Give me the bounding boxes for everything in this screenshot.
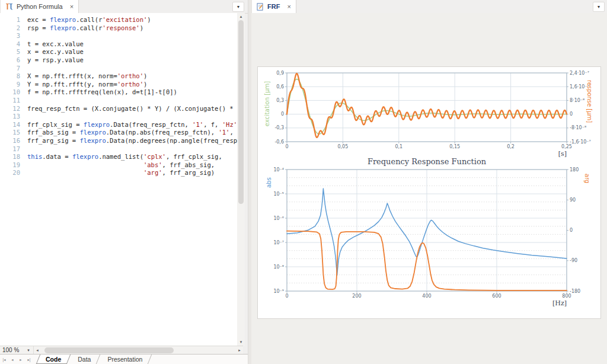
line-number: 7 xyxy=(0,65,27,73)
scroll-down-icon[interactable]: ▾ xyxy=(237,339,245,346)
sheet-tab-code[interactable]: Code xyxy=(38,355,69,364)
code-line[interactable]: 4t = exc.x.value xyxy=(0,40,237,49)
code-line[interactable]: 9Y = np.fft.rfft(y, norm='ortho') xyxy=(0,81,237,89)
y-left-tick-label: -0,6 xyxy=(274,139,284,145)
y-right-tick-label: 180 xyxy=(570,167,579,173)
code-text: f = np.fft.rfftfreq(len(x), d=t[1]-t[0]) xyxy=(27,88,177,97)
chevron-down-icon[interactable]: ▾ xyxy=(593,2,605,12)
y-left-tick-label: 10⁻⁸ xyxy=(273,264,284,270)
x-tick-label: 0,2 xyxy=(507,144,515,149)
x-tick-label: 0,05 xyxy=(337,144,348,149)
close-icon[interactable]: × xyxy=(287,3,290,10)
code-text: 'abs', frf_abs_sig, xyxy=(27,161,215,170)
frf-tab[interactable]: FRF × xyxy=(251,0,296,13)
vertical-scrollbar[interactable]: ▴ ▾ xyxy=(237,13,245,346)
last-sheet-button[interactable]: ▸| xyxy=(25,355,33,364)
y-left-tick-label: 0,3 xyxy=(276,98,284,103)
line-number: 17 xyxy=(0,145,27,154)
sheet-tab-presentation[interactable]: Presentation xyxy=(100,355,150,364)
document-page: 00,050,10,150,20,250,92,4·10⁻⁷0,61,6·10⁻… xyxy=(257,66,601,319)
horizontal-scrollbar[interactable] xyxy=(41,346,236,355)
x-tick-label: 0,1 xyxy=(395,144,402,149)
frf-panel: FRF × ▾ 00,050,10,150,20,250,92,4·10⁻⁷0,… xyxy=(251,0,607,364)
document-icon xyxy=(257,3,264,11)
close-icon[interactable]: × xyxy=(70,3,74,10)
sheet-tab-label: Presentation xyxy=(107,356,142,363)
code-text: frf_cplx_sig = flexpro.Data(freq_resp_fc… xyxy=(27,121,237,129)
y-left-axis-title: abs xyxy=(266,177,272,188)
next-sheet-button[interactable]: ▸ xyxy=(17,355,25,364)
sheet-tab-bar: |◂ ◂ ▸ ▸| Code Data Presentation xyxy=(0,354,248,364)
scroll-thumb[interactable] xyxy=(238,20,244,204)
code-line[interactable]: 10f = np.fft.rfftfreq(len(x), d=t[1]-t[0… xyxy=(0,88,237,97)
code-line[interactable]: 11 xyxy=(0,97,237,105)
code-text: rsp = flexpro.call(r'response') xyxy=(27,24,143,33)
line-number: 3 xyxy=(0,32,27,40)
code-line[interactable]: 6y = rsp.y.value xyxy=(0,56,237,65)
y-right-tick-label: 8·10⁻⁸ xyxy=(570,98,584,103)
right-tab-bar: FRF × ▾ xyxy=(251,0,607,14)
line-number: 13 xyxy=(0,113,27,121)
y-right-tick-label: 0 xyxy=(570,111,573,117)
code-line[interactable]: 17 xyxy=(0,145,237,154)
code-line[interactable]: 20 'arg', frf_arg_sig) xyxy=(0,169,237,177)
code-line[interactable]: 12freq_resp_fctn = (X.conjugate() * Y) /… xyxy=(0,105,237,113)
y-right-tick-label: 90 xyxy=(570,197,576,203)
first-sheet-button[interactable]: |◂ xyxy=(0,355,8,364)
code-line[interactable]: 13 xyxy=(0,113,237,121)
code-line[interactable]: 8X = np.fft.rfft(x, norm='ortho') xyxy=(0,72,237,81)
x-tick-label: 400 xyxy=(422,293,431,299)
document-area: 00,050,10,150,20,250,92,4·10⁻⁷0,61,6·10⁻… xyxy=(251,13,607,364)
sheet-tab-data[interactable]: Data xyxy=(70,355,98,364)
code-text: exc = flexpro.call(r'excitation') xyxy=(27,16,151,24)
code-line[interactable]: 19 'abs', frf_abs_sig, xyxy=(0,161,237,170)
code-text: t = exc.x.value xyxy=(27,40,84,49)
code-line[interactable]: 14frf_cplx_sig = flexpro.Data(freq_resp_… xyxy=(0,121,237,129)
code-line[interactable]: 18this.data = flexpro.named_list('cplx',… xyxy=(0,153,237,161)
scroll-right-icon[interactable]: ▸ xyxy=(236,348,243,353)
python-formula-tab[interactable]: Python Formula × xyxy=(0,0,79,13)
scroll-up-icon[interactable]: ▴ xyxy=(237,13,245,20)
zoom-control[interactable]: 100 % xyxy=(0,346,24,355)
tab-title: FRF xyxy=(267,3,280,10)
x-tick-label: 0,15 xyxy=(449,144,460,149)
code-line[interactable]: 16frf_arg_sig = flexpro.Data(np.degrees(… xyxy=(0,137,237,145)
scroll-left-icon[interactable]: ◂ xyxy=(34,348,41,353)
y-left-tick-label: 10⁻⁷ xyxy=(273,240,284,245)
pi-icon xyxy=(5,3,13,10)
line-number: 14 xyxy=(0,121,27,129)
code-line[interactable]: 3 xyxy=(0,32,237,40)
zoom-dropdown-icon[interactable]: ▾ xyxy=(24,346,34,355)
code-line[interactable]: 15frf_abs_sig = flexpro.Data(np.abs(freq… xyxy=(0,129,237,137)
y-left-tick-label: 10⁻⁵ xyxy=(273,191,284,197)
x-tick-label: 200 xyxy=(352,293,361,299)
y-right-tick-label: 2,4·10⁻⁷ xyxy=(570,71,589,76)
code-editor[interactable]: 1exc = flexpro.call(r'excitation')2rsp =… xyxy=(0,13,237,349)
line-number: 12 xyxy=(0,105,27,113)
code-line[interactable]: 1exc = flexpro.call(r'excitation') xyxy=(0,16,237,24)
code-line[interactable]: 7 xyxy=(0,65,237,73)
code-text: Y = np.fft.rfft(y, norm='ortho') xyxy=(27,81,147,89)
y-right-tick-label: -180 xyxy=(570,289,580,294)
code-text: 'arg', frf_arg_sig) xyxy=(27,169,215,177)
x-axis-unit: [Hz] xyxy=(552,299,567,307)
chevron-down-icon[interactable]: ▾ xyxy=(232,2,244,12)
line-number: 5 xyxy=(0,48,27,56)
frf-chart: Frequency Response Function0200400600800… xyxy=(258,155,600,310)
y-right-tick-label: 1,6·10⁻⁷ xyxy=(570,84,589,90)
code-line[interactable]: 2rsp = flexpro.call(r'response') xyxy=(0,24,237,33)
y-left-axis-title: excitation [µm] xyxy=(264,81,270,126)
code-lines: 1exc = flexpro.call(r'excitation')2rsp =… xyxy=(0,16,237,177)
flexpro-window: Python Formula × ▾ 1exc = flexpro.call(r… xyxy=(0,0,607,364)
sheet-tab-label: Code xyxy=(46,356,61,363)
plot-border xyxy=(287,73,567,142)
line-number: 19 xyxy=(0,161,27,170)
sheet-tab-label: Data xyxy=(78,356,91,363)
line-number: 4 xyxy=(0,40,27,49)
code-line[interactable]: 5x = exc.y.value xyxy=(0,48,237,56)
y-left-tick-label: 10⁻⁹ xyxy=(273,289,284,294)
y-right-tick-label: -8·10⁻⁸ xyxy=(570,125,586,130)
scroll-thumb[interactable] xyxy=(44,347,174,353)
prev-sheet-button[interactable]: ◂ xyxy=(8,355,17,364)
code-text: this.data = flexpro.named_list('cplx', f… xyxy=(27,153,222,161)
